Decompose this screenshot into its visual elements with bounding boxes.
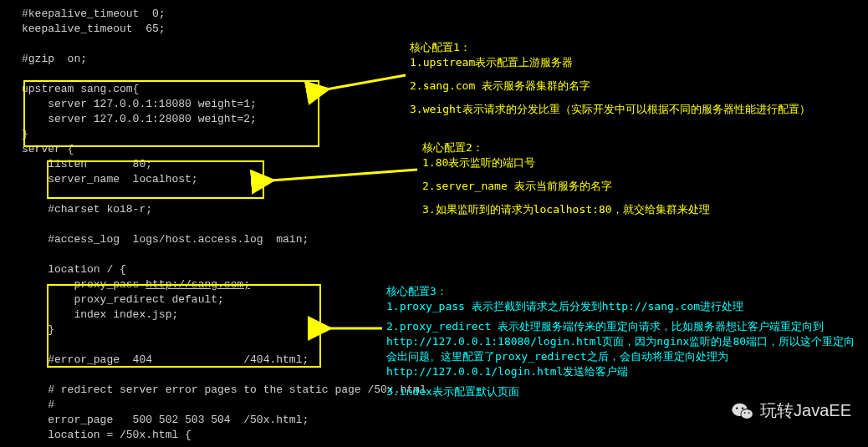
- code-line: #keepalive_timeout 0;: [22, 8, 166, 20]
- annotation-title: 核心配置1：: [410, 40, 861, 55]
- code-line: location / {: [22, 263, 126, 276]
- nginx-config-code: #keepalive_timeout 0; keepalive_timeout …: [0, 0, 426, 443]
- code-line: }: [22, 128, 28, 140]
- code-line: server {: [22, 143, 74, 155]
- svg-point-8: [744, 412, 746, 414]
- code-line: listen 80;: [22, 158, 152, 170]
- code-line: index index.jsp;: [22, 308, 178, 321]
- code-line: proxy_pass http://sang.com;: [22, 278, 250, 291]
- code-line: server 127.0.0.1:28080 weight=2;: [22, 113, 257, 125]
- annotation-line: 1.proxy_pass 表示拦截到请求之后分发到http://sang.com…: [386, 299, 863, 314]
- code-line: upstream sang.com{: [22, 83, 139, 95]
- svg-point-9: [748, 412, 750, 414]
- annotation-block-1: 核心配置1： 1.upstream表示配置上游服务器 2.sang.com 表示…: [410, 40, 861, 117]
- arrow-icon-1: [318, 71, 410, 96]
- code-line: #access_log logs/host.access.log main;: [22, 233, 309, 246]
- proxy-pass-url: http://sang.com;: [146, 278, 250, 291]
- annotation-block-3: 核心配置3： 1.proxy_pass 表示拦截到请求之后分发到http://s…: [386, 284, 863, 399]
- code-line: location = /50x.html {: [22, 429, 191, 441]
- code-line: #charset koi8-r;: [22, 203, 152, 216]
- code-line: proxy_redirect default;: [22, 293, 224, 306]
- annotation-title: 核心配置2：: [422, 140, 782, 155]
- annotation-line: 3.如果监听到的请求为localhost:80，就交给集群来处理: [422, 202, 782, 217]
- code-line: error_page 500 502 503 504 /50x.html;: [22, 414, 309, 426]
- code-line: #gzip on;: [22, 53, 87, 65]
- svg-point-7: [742, 407, 743, 409]
- svg-line-1: [271, 170, 417, 180]
- svg-point-6: [736, 407, 738, 409]
- annotation-line: 1.upstream表示配置上游服务器: [410, 55, 861, 70]
- annotation-line: 3.index表示配置默认页面: [386, 384, 863, 399]
- annotation-line: 2.server_name 表示当前服务的名字: [422, 179, 782, 194]
- code-line: }: [22, 323, 54, 336]
- annotation-block-2: 核心配置2： 1.80表示监听的端口号 2.server_name 表示当前服务…: [422, 140, 782, 217]
- arrow-icon-3: [319, 316, 386, 341]
- annotation-line: 2.sang.com 表示服务器集群的名字: [410, 79, 861, 94]
- annotation-title: 核心配置3：: [386, 284, 863, 299]
- wechat-icon: [732, 402, 753, 420]
- code-line: # redirect server error pages to the sta…: [22, 384, 426, 396]
- watermark-text: 玩转JavaEE: [760, 399, 851, 422]
- code-line: #error_page 404 /404.html;: [22, 353, 309, 366]
- code-line: keepalive_timeout 65;: [22, 23, 166, 35]
- arrow-icon-2: [263, 165, 421, 190]
- annotation-line: 2.proxy_redirect 表示处理服务端传来的重定向请求，比如服务器想让…: [386, 319, 863, 379]
- svg-point-5: [741, 409, 753, 418]
- svg-line-0: [326, 75, 406, 89]
- annotation-line: 1.80表示监听的端口号: [422, 155, 782, 170]
- code-line: server_name localhost;: [22, 173, 198, 185]
- code-line: #: [22, 399, 54, 411]
- watermark: 玩转JavaEE: [732, 399, 851, 422]
- code-line: server 127.0.0.1:18080 weight=1;: [22, 98, 257, 110]
- annotation-line: 3.weight表示请求的分发比重（实际开发中可以根据不同的服务器性能进行配置）: [410, 102, 861, 117]
